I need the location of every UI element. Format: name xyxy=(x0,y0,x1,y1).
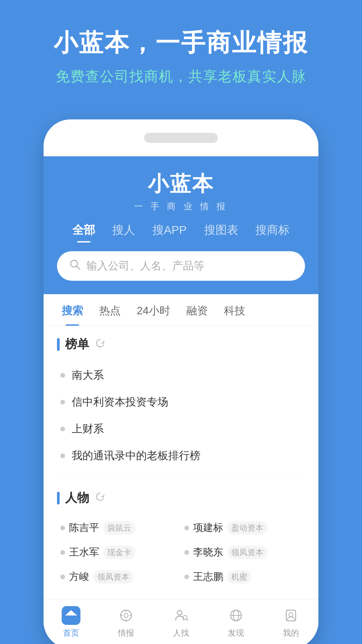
people-tag-2: 盈动资本 xyxy=(227,521,267,535)
people-name-2: 项建标 xyxy=(193,521,223,535)
nav-home[interactable]: 首页 xyxy=(62,606,80,638)
nav-people-label: 人找 xyxy=(173,628,189,638)
svg-marker-3 xyxy=(65,610,77,615)
svg-point-6 xyxy=(124,613,128,618)
people-name-4: 李晓东 xyxy=(193,545,223,559)
search-tab-chart[interactable]: 搜图表 xyxy=(199,219,243,241)
people-tag-5: 领凤资本 xyxy=(93,570,133,584)
people-tag-3: 现金卡 xyxy=(103,546,135,559)
list-dot xyxy=(184,550,189,555)
refresh-icon[interactable] xyxy=(95,337,106,351)
intel-icon xyxy=(117,606,135,625)
nav-intel-label: 情报 xyxy=(118,628,134,638)
nav-discover[interactable]: 发现 xyxy=(227,606,245,638)
content-tab-funding[interactable]: 融资 xyxy=(178,294,216,326)
search-tabs: 全部 搜人 搜APP 搜图表 搜商标 xyxy=(57,219,305,241)
people-refresh-icon[interactable] xyxy=(95,491,106,505)
nav-profile-label: 我的 xyxy=(283,628,299,638)
ranking-item-3[interactable]: 上财系 xyxy=(57,416,305,442)
nav-discover-label: 发现 xyxy=(228,628,244,638)
list-dot xyxy=(60,526,65,530)
people-item-6[interactable]: 王志鹏 机蜜 xyxy=(181,565,305,589)
content-tab-search[interactable]: 搜索 xyxy=(54,294,91,326)
search-placeholder: 输入公司、人名、产品等 xyxy=(86,259,293,273)
ranking-item-1[interactable]: 南大系 xyxy=(57,362,305,389)
app-header: 小蓝本 一 手 商 业 情 报 全部 搜人 搜APP 搜图表 搜商标 输入公司、… xyxy=(44,156,318,294)
app-tagline: 一 手 商 业 情 报 xyxy=(57,201,305,212)
ranking-title: 榜单 xyxy=(57,336,305,353)
nav-profile[interactable]: 我的 xyxy=(282,606,300,638)
app-logo: 小蓝本 一 手 商 业 情 报 xyxy=(57,170,305,212)
people-item-5[interactable]: 方峻 领凤资本 xyxy=(57,565,181,589)
svg-point-18 xyxy=(289,613,293,617)
people-tag-6: 机蜜 xyxy=(227,570,251,584)
svg-point-11 xyxy=(177,610,182,615)
list-dot xyxy=(60,400,65,405)
ranking-item-2[interactable]: 信中利资本投资专场 xyxy=(57,389,305,416)
content-tab-tech[interactable]: 科技 xyxy=(216,294,253,326)
search-tab-all[interactable]: 全部 xyxy=(68,219,100,241)
ranking-text-2: 信中利资本投资专场 xyxy=(72,395,168,410)
people-name-3: 王水军 xyxy=(69,545,99,559)
top-banner: 小蓝本，一手商业情报 免费查公司找商机，共享老板真实人脉 xyxy=(0,0,362,106)
ranking-text-1: 南大系 xyxy=(72,368,104,383)
ranking-section: 榜单 南大系 信中利资本投资专场 上财系 xyxy=(44,326,318,479)
svg-point-12 xyxy=(183,615,187,620)
profile-icon xyxy=(282,606,300,625)
svg-line-1 xyxy=(77,266,80,269)
list-dot xyxy=(184,575,189,579)
nav-intel[interactable]: 情报 xyxy=(117,606,135,638)
search-icon xyxy=(69,259,81,273)
list-dot xyxy=(184,526,189,530)
search-tab-app[interactable]: 搜APP xyxy=(148,219,191,241)
section-bar xyxy=(57,338,60,351)
ranking-text-3: 上财系 xyxy=(72,422,104,436)
phone-mockup: 小蓝本 一 手 商 业 情 报 全部 搜人 搜APP 搜图表 搜商标 输入公司、… xyxy=(44,119,318,644)
people-icon xyxy=(172,606,190,625)
people-tag-4: 领凤资本 xyxy=(227,546,267,559)
people-title: 人物 xyxy=(57,490,305,506)
search-tab-trademark[interactable]: 搜商标 xyxy=(251,219,294,241)
nav-home-label: 首页 xyxy=(63,628,79,638)
content-tabs: 搜索 热点 24小时 融资 科技 xyxy=(44,294,318,326)
phone-notch xyxy=(144,133,218,143)
section-bar-2 xyxy=(57,492,60,504)
app-name: 小蓝本 xyxy=(57,170,305,198)
people-item-3[interactable]: 王水军 现金卡 xyxy=(57,540,181,565)
discover-icon xyxy=(227,606,245,625)
list-dot xyxy=(60,373,65,378)
people-grid: 陈吉平 袋鼠云 项建标 盈动资本 王水军 现金卡 李晓东 领凤资本 xyxy=(57,516,305,589)
people-section: 人物 陈吉平 袋鼠云 项建标 盈动资本 xyxy=(44,480,318,599)
people-item-2[interactable]: 项建标 盈动资本 xyxy=(181,516,305,540)
people-name-6: 王志鹏 xyxy=(193,570,223,584)
people-tag-1: 袋鼠云 xyxy=(103,521,135,535)
people-name-1: 陈吉平 xyxy=(69,521,99,535)
content-tab-24h[interactable]: 24小时 xyxy=(129,294,178,326)
svg-rect-4 xyxy=(69,618,73,622)
ranking-title-text: 榜单 xyxy=(65,336,89,353)
search-bar[interactable]: 输入公司、人名、产品等 xyxy=(57,251,305,281)
bottom-nav: 首页 情报 xyxy=(44,599,318,644)
content-area: 搜索 热点 24小时 融资 科技 榜单 南大系 xyxy=(44,294,318,599)
people-item-4[interactable]: 李晓东 领凤资本 xyxy=(181,540,305,565)
svg-point-0 xyxy=(71,260,77,267)
home-icon xyxy=(62,606,80,625)
list-dot xyxy=(60,550,65,555)
list-dot xyxy=(60,427,65,431)
people-item-1[interactable]: 陈吉平 袋鼠云 xyxy=(57,516,181,540)
nav-people-search[interactable]: 人找 xyxy=(172,606,190,638)
people-name-5: 方峻 xyxy=(69,570,89,584)
banner-title: 小蓝本，一手商业情报 xyxy=(20,27,342,59)
ranking-text-4: 我的通讯录中的老板排行榜 xyxy=(72,448,200,463)
banner-subtitle: 免费查公司找商机，共享老板真实人脉 xyxy=(20,67,342,86)
content-tab-hot[interactable]: 热点 xyxy=(91,294,129,326)
svg-line-13 xyxy=(187,619,188,621)
ranking-item-4[interactable]: 我的通讯录中的老板排行榜 xyxy=(57,442,305,469)
list-dot xyxy=(60,575,65,579)
search-tab-people[interactable]: 搜人 xyxy=(108,219,140,241)
people-title-text: 人物 xyxy=(65,490,89,506)
list-dot xyxy=(60,453,65,458)
